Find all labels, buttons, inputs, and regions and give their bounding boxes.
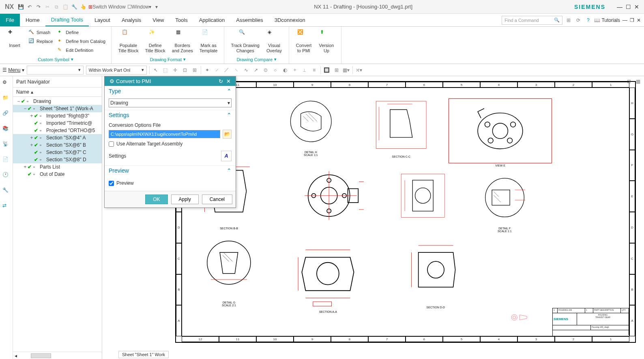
- define-catalog-button[interactable]: ✦Define from Catalog: [57, 37, 106, 45]
- tab-tools[interactable]: Tools: [170, 14, 193, 26]
- populate-title-block-button[interactable]: 📋Populate Title Block: [116, 28, 140, 54]
- snap9-icon[interactable]: ◐: [281, 66, 289, 74]
- convert-pmi-button[interactable]: 🔀Convert to PMI: [294, 28, 313, 54]
- snap12-icon[interactable]: ≡: [311, 66, 318, 74]
- scope-combo[interactable]: Within Work Part Onl▾: [86, 66, 147, 75]
- note-icon[interactable]: 📄: [2, 156, 11, 165]
- use-alt-input[interactable]: [109, 141, 114, 147]
- sel-tool5-icon[interactable]: ⊞: [191, 66, 198, 74]
- scroll-left-icon[interactable]: ◂: [13, 353, 19, 359]
- dialog-titlebar[interactable]: ⚙ Convert to PMI ↻ ✕: [105, 77, 236, 86]
- tree-row[interactable]: ✔▫Section "SX@8" D: [13, 156, 102, 163]
- undo-icon[interactable]: ↶: [26, 3, 33, 11]
- smash-button[interactable]: 🔨Smash: [28, 28, 54, 36]
- group-drawing-format[interactable]: Drawing Format ▾: [116, 56, 219, 62]
- tab-analysis[interactable]: Analysis: [116, 14, 147, 26]
- child-minimize-icon[interactable]: —: [623, 17, 627, 23]
- history-icon[interactable]: 🕐: [2, 172, 11, 180]
- tab-view[interactable]: View: [147, 14, 170, 26]
- use-alt-checkbox[interactable]: Use Alternate Target Assembly: [109, 141, 232, 147]
- group-drawing-compare[interactable]: Drawing Compare ▾: [229, 56, 284, 62]
- selection-filter-combo[interactable]: ▾: [27, 66, 84, 75]
- sel-tool1-icon[interactable]: ↖: [152, 66, 159, 74]
- dropdown-icon[interactable]: ▾: [153, 3, 160, 11]
- snap1-icon[interactable]: ✦: [204, 66, 211, 74]
- conv-file-input[interactable]: [109, 130, 220, 138]
- child-restore-icon[interactable]: ❐: [630, 17, 634, 23]
- views-icon[interactable]: ⊞: [565, 17, 572, 24]
- snap8-icon[interactable]: ○: [272, 66, 279, 74]
- ok-button[interactable]: OK: [145, 194, 167, 204]
- sel-tool3-icon[interactable]: ✛: [172, 66, 179, 74]
- copy-icon[interactable]: ⧉: [53, 3, 60, 11]
- tab-home[interactable]: Home: [20, 14, 45, 26]
- view-tool3-icon[interactable]: ▦▾: [343, 66, 350, 74]
- sel-tool4-icon[interactable]: ⊡: [181, 66, 189, 74]
- browse-button[interactable]: 📂: [223, 130, 232, 139]
- link-icon[interactable]: 🔗: [2, 110, 11, 118]
- replace-button[interactable]: 🔄Replace: [28, 37, 54, 45]
- tab-3dconnexion[interactable]: 3Dconnexion: [269, 14, 311, 26]
- view-tool1-icon[interactable]: 🔲: [323, 66, 331, 74]
- compare-icon[interactable]: ⇄: [2, 203, 11, 211]
- view-tool4-icon[interactable]: ⤭▾: [355, 66, 363, 74]
- snap5-icon[interactable]: ∿: [243, 66, 250, 74]
- snap10-icon[interactable]: ＋: [291, 66, 298, 74]
- help-icon[interactable]: ?: [584, 17, 592, 24]
- define-title-block-button[interactable]: ✨Define Title Block: [144, 28, 167, 54]
- window-menu-button[interactable]: ☐ Window ▾: [127, 3, 152, 11]
- group-custom-symbol[interactable]: Custom Symbol ▾: [5, 56, 106, 62]
- borders-zones-button[interactable]: ▦Borders and Zones: [170, 28, 195, 54]
- tool-icon[interactable]: 🔧: [2, 187, 11, 195]
- tab-assemblies[interactable]: Assemblies: [230, 14, 268, 26]
- apply-button[interactable]: Apply: [171, 194, 199, 204]
- redo-icon[interactable]: ↷: [35, 3, 42, 11]
- tree-row[interactable]: +✔▫Parts List: [13, 163, 102, 171]
- tree-row[interactable]: +✔▫Section "SX@4" A: [13, 134, 102, 141]
- minimize-icon[interactable]: —: [617, 4, 623, 10]
- mark-template-button[interactable]: 📄Mark as Template: [198, 28, 219, 54]
- snap6-icon[interactable]: ↗: [252, 66, 260, 74]
- define-button[interactable]: ✦Define: [57, 28, 106, 36]
- type-select[interactable]: Drawing▾: [109, 98, 232, 107]
- save-icon[interactable]: 💾: [17, 3, 24, 11]
- edit-definition-button[interactable]: ✎Edit Definition: [57, 46, 106, 54]
- cancel-button[interactable]: Cancel: [202, 194, 232, 204]
- snap7-icon[interactable]: ⊙: [262, 66, 269, 74]
- tab-application[interactable]: Application: [193, 14, 231, 26]
- snap11-icon[interactable]: ⟂: [301, 66, 308, 74]
- books-icon[interactable]: 📚: [2, 126, 11, 134]
- preview-checkbox[interactable]: Preview: [109, 180, 232, 186]
- insert-button[interactable]: ✚ Insert: [5, 28, 24, 49]
- find-command-input[interactable]: Find a Command🔍: [502, 16, 562, 25]
- version-up-button[interactable]: ⬆Version Up: [317, 28, 336, 54]
- switch-window-button[interactable]: ⊞ Switch Window: [88, 3, 125, 11]
- tree-row[interactable]: +✔▫Imported "Right@3": [13, 112, 102, 120]
- rss-icon[interactable]: 📡: [2, 141, 11, 149]
- tutorials-button[interactable]: 📖 Tutorials: [594, 17, 620, 23]
- tab-file[interactable]: File: [0, 14, 20, 26]
- sync-icon[interactable]: ⟳: [575, 17, 582, 24]
- tree-row[interactable]: −✔▫Drawing: [13, 98, 102, 105]
- visual-overlay-button[interactable]: ◈Visual Overlay: [264, 28, 284, 54]
- nav-tree[interactable]: −✔▫Drawing−✔▫Sheet "Sheet 1" (Work-A+✔▫I…: [13, 97, 102, 352]
- section-preview[interactable]: Preview⌃: [105, 165, 236, 175]
- tree-row[interactable]: ✔▫Projected "ORTHO@5: [13, 127, 102, 134]
- nav-icon[interactable]: 📁: [2, 95, 11, 103]
- snap2-icon[interactable]: ⟋: [213, 66, 221, 74]
- gear-icon[interactable]: ⚙: [2, 79, 11, 88]
- menu-button[interactable]: ☰ Menu ▾: [2, 67, 24, 73]
- maximize-icon[interactable]: ☐: [626, 4, 631, 10]
- section-settings[interactable]: Settings⌃: [105, 110, 236, 120]
- paste-icon[interactable]: 📋: [62, 3, 69, 11]
- tree-row[interactable]: +✔▫Section "SX@6" B: [13, 141, 102, 149]
- settings-icon-button[interactable]: A: [221, 151, 232, 161]
- tab-drafting-tools[interactable]: Drafting Tools: [45, 14, 89, 26]
- dialog-close-icon[interactable]: ✕: [225, 78, 232, 84]
- tree-row[interactable]: −✔▫Sheet "Sheet 1" (Work-A: [13, 105, 102, 112]
- tab-layout[interactable]: Layout: [89, 14, 116, 26]
- preview-input[interactable]: [109, 181, 114, 186]
- scroll-thumb[interactable]: [31, 353, 51, 358]
- tree-row[interactable]: ✔▫Section "SX@7" C: [13, 149, 102, 156]
- snap4-icon[interactable]: ⟍: [233, 66, 240, 74]
